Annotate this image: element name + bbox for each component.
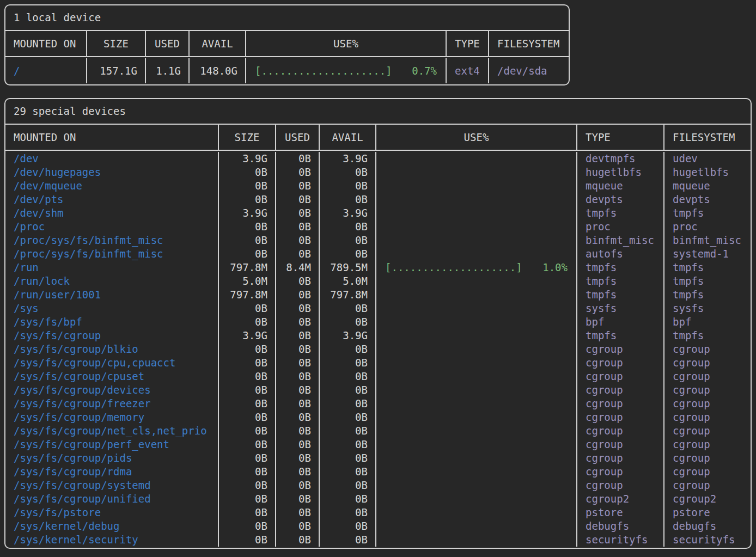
used-cell: 0B (275, 220, 319, 234)
header-cell-used: USED (275, 125, 319, 150)
type-cell: cgroup (576, 342, 663, 356)
usage-bar-cell (375, 411, 576, 424)
table-row: /sys/fs/cgroup/cpuset0B0B0Bcgroupcgroup (5, 370, 751, 383)
header-cell-filesystem: FILESYSTEM (488, 31, 570, 56)
table-row: /sys/fs/cgroup/perf_event0B0B0Bcgroupcgr… (5, 438, 751, 451)
usage-bar-cell (375, 234, 576, 247)
avail-cell: 0B (319, 411, 375, 424)
filesystem-cell: devpts (663, 193, 752, 206)
table-header: MOUNTED ON SIZE USED AVAIL USE% TYPE FIL… (5, 125, 751, 151)
table-row: /sys/fs/cgroup/systemd0B0B0Bcgroupcgroup (5, 479, 751, 492)
used-cell: 0B (275, 342, 319, 356)
filesystem-cell: cgroup (663, 383, 752, 397)
usage-bar-cell (375, 193, 576, 206)
usage-bar-cell (375, 220, 576, 234)
usage-bar-cell (375, 302, 576, 315)
header-cell-avail: AVAIL (188, 31, 245, 56)
avail-cell: 0B (319, 519, 375, 533)
header-cell-used: USED (145, 31, 188, 56)
type-cell: autofs (576, 247, 663, 261)
usage-bar-cell (375, 533, 576, 547)
type-cell: tmpfs (576, 206, 663, 220)
size-cell: 0B (218, 166, 275, 179)
header-cell-use-pct: USE% (245, 31, 446, 56)
header-cell-use-pct: USE% (375, 125, 576, 150)
type-cell: cgroup (576, 451, 663, 465)
filesystem-cell: cgroup (663, 465, 752, 479)
usage-bar-cell (375, 492, 576, 506)
header-cell-type: TYPE (576, 125, 663, 150)
usage-bar-cell (375, 356, 576, 370)
table-body: /dev3.9G0B3.9Gdevtmpfsudev/dev/hugepages… (5, 151, 751, 548)
avail-cell: 0B (319, 315, 375, 329)
filesystem-cell: tmpfs (663, 206, 752, 220)
table-row: /sys/fs/cgroup/net_cls,net_prio0B0B0Bcgr… (5, 424, 751, 438)
filesystem-cell: hugetlbfs (663, 166, 752, 179)
header-cell-mounted-on: MOUNTED ON (5, 31, 86, 56)
used-cell: 0B (275, 274, 319, 288)
table-row: /dev/hugepages0B0B0Bhugetlbfshugetlbfs (5, 166, 751, 179)
avail-cell: 0B (319, 465, 375, 479)
table-row: /proc/sys/fs/binfmt_misc0B0B0Bbinfmt_mis… (5, 234, 751, 247)
size-cell: 0B (218, 506, 275, 519)
mount-point-cell: /dev/hugepages (5, 166, 218, 179)
usage-bar-cell (375, 206, 576, 220)
usage-bar-cell (375, 152, 576, 166)
filesystem-cell: cgroup (663, 479, 752, 492)
type-cell: debugfs (576, 519, 663, 533)
usage-bar-cell (375, 247, 576, 261)
mount-point-cell: /dev/pts (5, 193, 218, 206)
type-cell: cgroup2 (576, 492, 663, 506)
mount-point-cell: /dev/shm (5, 206, 218, 220)
header-cell-size: SIZE (86, 31, 145, 56)
size-cell: 0B (218, 315, 275, 329)
filesystem-cell: systemd-1 (663, 247, 752, 261)
avail-cell: 0B (319, 193, 375, 206)
mount-point-cell: /sys/fs/cgroup/blkio (5, 342, 218, 356)
mount-point-cell: /dev (5, 152, 218, 166)
type-cell: securityfs (576, 533, 663, 547)
filesystem-cell: debugfs (663, 519, 752, 533)
avail-cell: 0B (319, 166, 375, 179)
avail-cell: 3.9G (319, 329, 375, 342)
size-cell: 0B (218, 451, 275, 465)
size-cell: 0B (218, 220, 275, 234)
type-cell: tmpfs (576, 329, 663, 342)
usage-bar-cell (375, 479, 576, 492)
size-cell: 0B (218, 356, 275, 370)
mount-point-cell: /sys/fs/cgroup/memory (5, 411, 218, 424)
mount-point-cell: /sys/fs/cgroup/devices (5, 383, 218, 397)
table-row: /sys/kernel/security0B0B0Bsecurityfssecu… (5, 533, 751, 547)
used-cell: 0B (275, 206, 319, 220)
filesystem-cell: bpf (663, 315, 752, 329)
used-cell: 0B (275, 315, 319, 329)
mount-point-cell: /sys/fs/cgroup/unified (5, 492, 218, 506)
size-cell: 0B (218, 397, 275, 411)
type-cell: bpf (576, 315, 663, 329)
type-cell: cgroup (576, 438, 663, 451)
usage-bar-cell (375, 519, 576, 533)
used-cell: 0B (275, 329, 319, 342)
filesystem-cell: mqueue (663, 179, 752, 193)
mount-point-cell: /proc/sys/fs/binfmt_misc (5, 234, 218, 247)
table-row: /proc0B0B0Bprocproc (5, 220, 751, 234)
usage-bar-cell (375, 451, 576, 465)
used-cell: 0B (275, 370, 319, 383)
type-cell: cgroup (576, 397, 663, 411)
size-cell: 0B (218, 479, 275, 492)
type-cell: cgroup (576, 383, 663, 397)
table-body: /157.1G1.1G148.0G[....................]0… (5, 57, 569, 84)
table-row: /dev/shm3.9G0B3.9Gtmpfstmpfs (5, 206, 751, 220)
table-row: /run797.8M8.4M789.5M[...................… (5, 261, 751, 274)
size-cell: 0B (218, 533, 275, 547)
avail-cell: 148.0G (188, 58, 245, 83)
usage-bar-cell: [....................]0.7% (245, 58, 446, 83)
header-cell-type: TYPE (446, 31, 488, 56)
used-cell: 0B (275, 479, 319, 492)
size-cell: 3.9G (218, 329, 275, 342)
terminal-screen: { "colors": { "bg": "#272727", "fg": "#d… (0, 0, 756, 557)
mount-point-cell: /sys/fs/cgroup/perf_event (5, 438, 218, 451)
mount-point-cell: /sys/fs/cgroup/systemd (5, 479, 218, 492)
used-cell: 0B (275, 397, 319, 411)
table-row: /sys/fs/cgroup/pids0B0B0Bcgroupcgroup (5, 451, 751, 465)
